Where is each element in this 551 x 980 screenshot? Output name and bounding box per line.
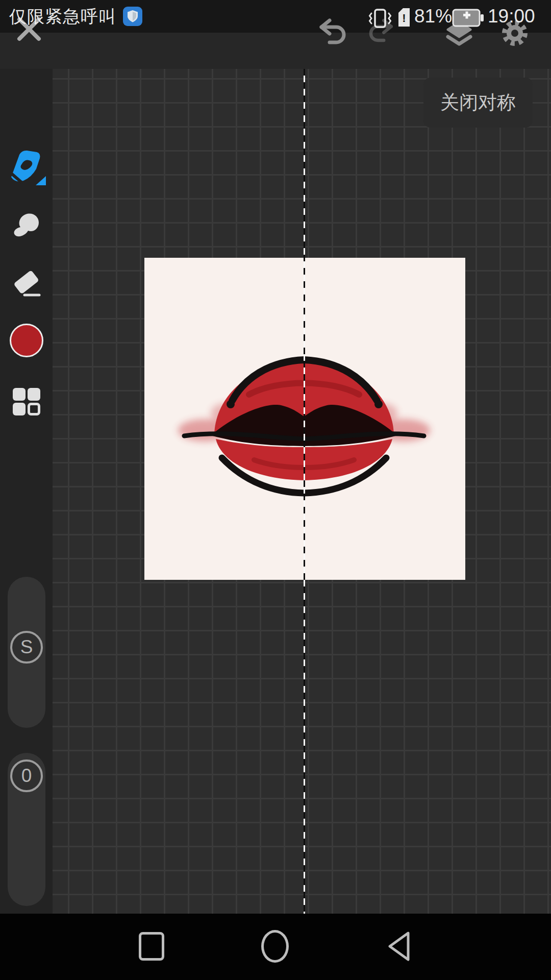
color-swatch[interactable] xyxy=(10,324,43,357)
opacity-slider-handle[interactable]: 0 xyxy=(10,760,43,792)
svg-text:!: ! xyxy=(402,12,406,24)
battery-charging-icon xyxy=(452,9,485,27)
opacity-slider-label: 0 xyxy=(21,765,32,787)
brush-icon xyxy=(6,146,47,187)
palette-grid-icon[interactable] xyxy=(12,387,41,416)
size-slider-handle[interactable]: S xyxy=(10,631,43,664)
back-triangle-icon xyxy=(384,929,413,964)
battery-percent: 81% xyxy=(414,6,452,27)
vibrate-icon xyxy=(367,8,393,29)
carrier-text: 仅限紧急呼叫 xyxy=(9,5,116,29)
home-button[interactable] xyxy=(261,930,289,963)
size-slider-label: S xyxy=(20,636,33,658)
undo-icon[interactable] xyxy=(317,18,350,45)
symmetry-toggle-button[interactable]: 关闭对称 xyxy=(423,78,533,128)
recents-button[interactable] xyxy=(139,932,164,961)
app-screen: 仅限紧急呼叫 ! 81% 19:00 xyxy=(0,0,551,980)
smudge-finger-icon xyxy=(10,207,43,239)
eraser-icon xyxy=(11,268,42,299)
brush-tool-button[interactable] xyxy=(6,146,47,187)
tool-sidebar: S 0 xyxy=(0,69,53,914)
status-time: 19:00 xyxy=(488,6,535,27)
sim-alert-icon: ! xyxy=(397,7,411,28)
eraser-tool-button[interactable] xyxy=(11,268,42,299)
symmetry-axis-line[interactable] xyxy=(304,69,305,914)
shield-icon xyxy=(122,6,143,27)
smudge-tool-button[interactable] xyxy=(10,207,43,239)
symmetry-toggle-label: 关闭对称 xyxy=(440,90,516,115)
android-nav-bar xyxy=(0,914,551,980)
back-button[interactable] xyxy=(384,929,413,964)
